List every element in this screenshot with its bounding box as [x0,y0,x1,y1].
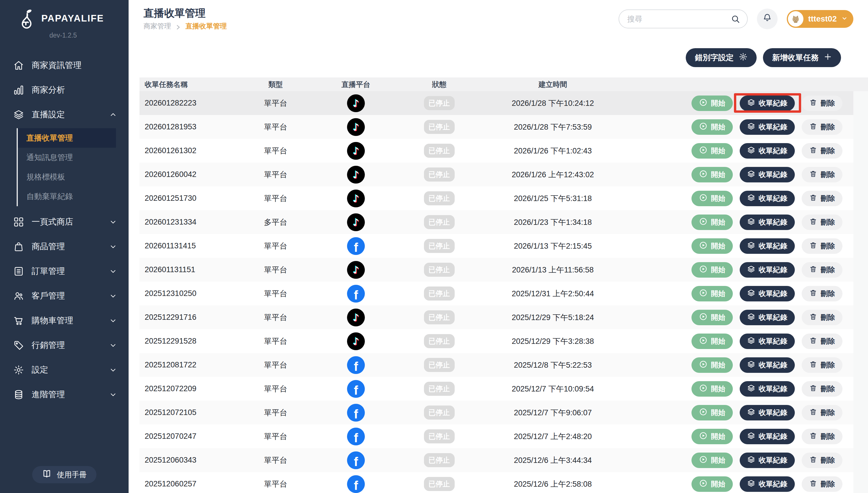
created-time: 2025/12/8 下午5:22:53 [486,360,619,370]
start-button[interactable]: 開始 [691,334,733,349]
start-button[interactable]: 開始 [691,310,733,325]
chevron-down-icon [109,292,117,300]
username: tttest02 [808,14,837,23]
delete-button[interactable]: 刪除 [802,238,843,254]
start-button[interactable]: 開始 [691,357,733,373]
order-records-button[interactable]: 收單紀錄 [740,215,795,230]
sidebar-item-one-page-store[interactable]: 一頁式商店 [0,210,129,234]
sidebar-item-order-management[interactable]: 訂單管理 [0,259,129,284]
delete-button[interactable]: 刪除 [802,95,843,111]
start-button[interactable]: 開始 [691,453,733,468]
order-records-button[interactable]: 收單紀錄 [740,381,795,396]
delete-button[interactable]: 刪除 [802,476,843,492]
delete-button[interactable]: 刪除 [802,381,843,396]
start-button[interactable]: 開始 [691,95,733,111]
delete-button[interactable]: 刪除 [802,215,843,230]
sidebar-subitem-notification-management[interactable]: 通知訊息管理 [18,148,116,167]
order-records-button[interactable]: 收單紀錄 [740,119,795,135]
trash-icon [809,289,817,299]
delete-button[interactable]: 刪除 [802,143,843,158]
breadcrumb-root[interactable]: 商家管理 [144,22,171,31]
delete-button[interactable]: 刪除 [802,167,843,183]
start-button[interactable]: 開始 [691,429,733,444]
start-button[interactable]: 開始 [691,262,733,278]
start-button[interactable]: 開始 [691,381,733,396]
platform-cell: ♪ [320,94,392,112]
sidebar-item-merchant-analytics[interactable]: 商家分析 [0,78,129,102]
play-circle-icon [699,288,707,299]
delete-button[interactable]: 刪除 [802,286,843,301]
user-menu-button[interactable]: tttest02 [787,10,853,28]
breadcrumb-separator-icon [175,23,181,29]
search-icon[interactable] [730,14,741,27]
typo-settings-button[interactable]: 錯別字設定 [686,48,757,67]
order-records-button[interactable]: 收單紀錄 [740,143,795,158]
layers-icon [747,265,755,275]
start-button[interactable]: 開始 [691,215,733,230]
delete-button[interactable]: 刪除 [802,429,843,444]
sidebar-subitem-live-order-management[interactable]: 直播收單管理 [18,128,116,148]
order-records-button[interactable]: 收單紀錄 [740,286,795,301]
tiktok-icon: ♪ [347,213,365,231]
order-records-button[interactable]: 收單紀錄 [740,334,795,349]
start-button[interactable]: 開始 [691,191,733,206]
order-records-button[interactable]: 收單紀錄 [740,310,795,325]
layers-icon [13,109,25,121]
sidebar-item-cart-management[interactable]: 購物車管理 [0,308,129,333]
notifications-button[interactable] [757,8,778,29]
sidebar-item-settings[interactable]: 設定 [0,358,129,382]
sidebar-item-advanced-management[interactable]: 進階管理 [0,382,129,407]
order-records-button[interactable]: 收單紀錄 [740,238,795,254]
book-icon [42,469,51,481]
start-button[interactable]: 開始 [691,167,733,183]
brand-logo: PAPAYALIFE [0,0,129,29]
order-records-button[interactable]: 收單紀錄 [740,191,795,206]
chevron-down-icon [109,243,117,251]
order-records-button[interactable]: 收單紀錄 [740,429,795,444]
order-records-button[interactable]: 收單紀錄 [740,405,795,421]
table-toolbar: 錯別字設定 新增收單任務 [129,38,868,78]
cart-icon [13,315,25,326]
order-records-button[interactable]: 收單紀錄 [740,167,795,183]
delete-button[interactable]: 刪除 [802,310,843,325]
order-records-button[interactable]: 收單紀錄 [740,95,795,111]
chevron-down-icon [109,341,117,349]
start-button[interactable]: 開始 [691,405,733,421]
delete-button[interactable]: 刪除 [802,334,843,349]
delete-button[interactable]: 刪除 [802,453,843,468]
delete-button[interactable]: 刪除 [802,119,843,135]
start-button[interactable]: 開始 [691,286,733,301]
facebook-icon: f [347,428,365,445]
sidebar-item-customer-management[interactable]: 客戶管理 [0,284,129,308]
sidebar-subitem-auto-abandon-record[interactable]: 自動棄單紀錄 [18,187,116,206]
layers-icon [747,337,755,346]
chevron-down-icon [109,366,117,374]
order-records-button[interactable]: 收單紀錄 [740,453,795,468]
order-records-button[interactable]: 收單紀錄 [740,262,795,278]
sidebar-item-marketing-management[interactable]: 行銷管理 [0,333,129,358]
start-button[interactable]: 開始 [691,119,733,135]
sidebar-item-label: 進階管理 [32,389,65,400]
created-time: 2026/1/28 下午10:24:12 [486,98,619,108]
order-records-button[interactable]: 收單紀錄 [740,476,795,492]
user-manual-button[interactable]: 使用手冊 [32,466,97,483]
start-button[interactable]: 開始 [691,476,733,492]
delete-button[interactable]: 刪除 [802,262,843,278]
sidebar-item-product-management[interactable]: 商品管理 [0,234,129,259]
delete-button[interactable]: 刪除 [802,405,843,421]
delete-button[interactable]: 刪除 [802,191,843,206]
add-task-button[interactable]: 新增收單任務 [763,48,841,67]
avatar [788,11,803,27]
chart-icon [13,84,25,96]
sidebar-subitem-spec-label-template[interactable]: 規格標模板 [18,167,116,187]
start-button[interactable]: 開始 [691,238,733,254]
sidebar-item-live-settings[interactable]: 直播設定 [0,102,129,127]
start-button[interactable]: 開始 [691,143,733,158]
search-input[interactable] [619,10,747,28]
play-circle-icon [699,193,707,203]
order-records-button[interactable]: 收單紀錄 [740,357,795,373]
delete-button[interactable]: 刪除 [802,357,843,373]
sidebar-item-merchant-info[interactable]: 商家資訊管理 [0,53,129,78]
tiktok-icon: ♪ [347,261,365,279]
play-circle-icon [699,455,707,466]
